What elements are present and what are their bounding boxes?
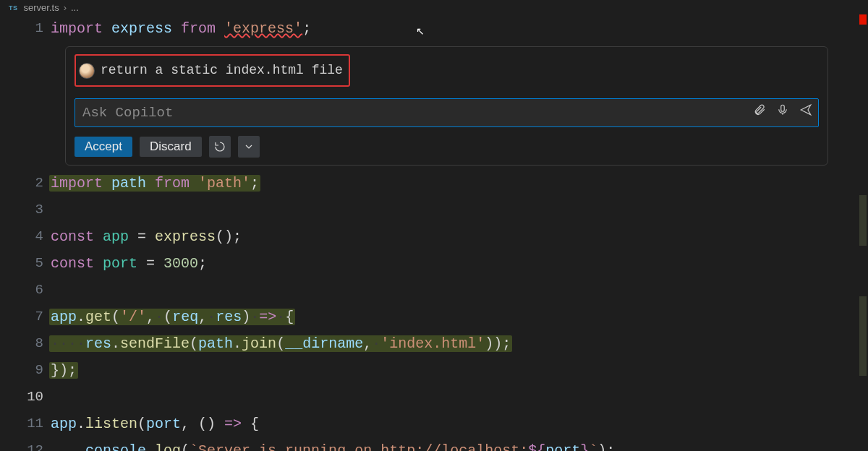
scrollbar-diff-marker[interactable] (859, 195, 867, 246)
arrow: => (259, 309, 276, 325)
punct: , () (181, 416, 224, 432)
identifier: res (85, 335, 111, 352)
scrollbar-diff-marker[interactable] (859, 296, 867, 376)
mic-icon[interactable] (776, 99, 789, 126)
scrollbar-overview[interactable] (856, 14, 868, 441)
line-number: 1 (0, 15, 51, 42)
copilot-button-row: Accept Discard (75, 136, 819, 158)
number: 3000 (163, 255, 198, 272)
punct: . (146, 442, 155, 452)
avatar-icon (79, 63, 95, 79)
identifier: port (146, 416, 181, 432)
punct: ); (597, 442, 615, 452)
whitespace-dot: ···· (51, 335, 85, 352)
code-line[interactable]: 1 import express from 'express'; (0, 15, 868, 42)
fn: log (155, 442, 181, 452)
fn: sendFile (120, 335, 190, 352)
code-line[interactable]: 7 app.get('/',·(req,·res)·=>·{ (0, 304, 868, 330)
code-line[interactable]: 6 (0, 277, 868, 304)
identifier: path (198, 335, 233, 352)
punct: . (77, 416, 85, 432)
punct: . (233, 335, 242, 352)
string: ` (589, 442, 597, 452)
breadcrumb[interactable]: TS server.ts › ... (0, 0, 868, 15)
keyword: from (181, 20, 216, 37)
file-type-badge: TS (7, 4, 20, 12)
code-line[interactable]: 12 console.log(`Server is running on htt… (0, 437, 868, 452)
string: '/' (120, 309, 146, 325)
identifier: app (51, 309, 77, 325)
line-number: 9 (0, 357, 51, 384)
identifier: console (85, 442, 146, 452)
code-line[interactable]: 2 import path from 'path'; (0, 170, 868, 197)
retry-button[interactable] (209, 136, 231, 158)
punct: { (285, 309, 294, 325)
editor-root: ↖ TS server.ts › ... 1 import express fr… (0, 0, 868, 451)
line-number: 12 (0, 437, 51, 452)
line-number: 2 (0, 170, 51, 197)
identifier: express (111, 20, 172, 37)
fn: get (85, 309, 111, 325)
identifier: req (172, 309, 198, 325)
string-with-error: 'express' (224, 20, 302, 37)
svg-rect-0 (781, 105, 785, 111)
op: = (137, 228, 146, 245)
keyword: const (51, 255, 94, 272)
code-line[interactable]: 9 }); (0, 357, 868, 384)
punct: )); (485, 335, 511, 352)
template-close: } (580, 442, 589, 452)
keyword: import (51, 175, 103, 192)
whitespace-dot: · (250, 309, 259, 325)
url-link[interactable]: http://localhost: (380, 442, 528, 452)
code-line[interactable]: 4 const app = express(); (0, 223, 868, 250)
line-number: 10 (0, 384, 51, 411)
fn: listen (85, 416, 137, 432)
copilot-input[interactable] (82, 105, 753, 121)
code-line[interactable]: 5 const port = 3000; (0, 250, 868, 277)
punct: ) (242, 309, 250, 325)
discard-button[interactable]: Discard (140, 137, 202, 157)
punct: ; (302, 20, 311, 37)
line-number: 3 (0, 197, 51, 223)
fn: join (242, 335, 276, 352)
copilot-input-row[interactable] (75, 98, 819, 127)
punct: ( (190, 335, 198, 352)
whitespace-dot: · (207, 309, 216, 325)
punct: ; (250, 175, 259, 192)
keyword: import (51, 20, 103, 37)
fn: express (155, 228, 216, 245)
accept-button[interactable]: Accept (75, 137, 132, 157)
identifier: port (103, 255, 137, 272)
line-number: 8 (0, 330, 51, 357)
punct: ( (181, 442, 190, 452)
punct: , (146, 309, 155, 325)
identifier: path (111, 175, 146, 192)
punct: , (363, 335, 372, 352)
code-line[interactable]: 3 (0, 197, 868, 223)
punct: (); (216, 228, 242, 245)
code-line[interactable]: 10 (0, 384, 868, 411)
punct: . (77, 309, 85, 325)
whitespace-dot: · (276, 309, 285, 325)
scrollbar-error-marker[interactable] (859, 14, 867, 25)
indent (51, 442, 85, 452)
copilot-prompt-pill[interactable]: return a static index.html file (75, 54, 350, 87)
whitespace-dot: · (372, 335, 380, 352)
op: = (146, 255, 155, 272)
line-number: 7 (0, 304, 51, 330)
attach-icon[interactable] (753, 99, 766, 126)
punct: ; (198, 255, 207, 272)
code-line[interactable]: 8 ····res.sendFile(path.join(__dirname,·… (0, 330, 868, 357)
template-open: ${ (528, 442, 545, 452)
copilot-prompt-text: return a static index.html file (101, 57, 343, 84)
string: Server is running on (198, 442, 380, 452)
send-icon[interactable] (799, 99, 812, 126)
code-area[interactable]: 1 import express from 'express'; return … (0, 15, 868, 451)
code-line[interactable]: 11 app.listen(port, () => { (0, 411, 868, 437)
breadcrumb-rest: ... (71, 2, 79, 13)
punct: ( (111, 309, 120, 325)
punct: ( (276, 335, 285, 352)
line-number: 5 (0, 250, 51, 277)
string: 'path' (198, 175, 250, 192)
more-dropdown-button[interactable] (238, 136, 260, 158)
